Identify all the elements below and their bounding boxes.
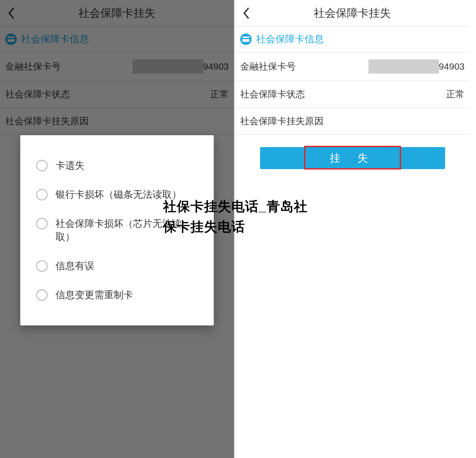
overlay-caption: 社保卡挂失电话_青岛社保卡挂失电话	[163, 196, 317, 237]
page-title: 社会保障卡挂失	[235, 6, 470, 20]
radio-icon	[36, 160, 48, 171]
back-button[interactable]	[240, 7, 253, 19]
radio-icon	[36, 189, 48, 200]
reason-option[interactable]: 卡遗失	[36, 151, 198, 180]
card-number-tail: 94903	[439, 61, 465, 72]
field-label: 金融社保卡号	[240, 60, 296, 73]
status-value: 正常	[446, 88, 465, 100]
info-banner: 社会保障卡信息	[235, 26, 470, 52]
field-reason[interactable]: 社会保障卡挂失原因	[235, 108, 470, 135]
reason-option[interactable]: 信息变更需重制卡	[36, 281, 198, 310]
radio-icon	[36, 260, 48, 272]
svg-rect-3	[242, 38, 249, 39]
reason-option-label: 信息变更需重制卡	[56, 288, 133, 302]
submit-button[interactable]: 挂 失	[260, 147, 445, 169]
reason-option-label: 信息有误	[56, 259, 94, 273]
field-label: 社会保障卡状态	[240, 88, 305, 100]
field-label: 社会保障卡挂失原因	[240, 115, 324, 127]
radio-icon	[36, 289, 48, 301]
submit-button-label: 挂 失	[330, 151, 375, 165]
reason-option[interactable]: 信息有误	[36, 251, 198, 281]
reason-option-label: 卡遗失	[56, 159, 85, 172]
card-number-value: 94903	[368, 59, 465, 74]
field-card-number: 金融社保卡号 94903	[235, 52, 470, 81]
field-status: 社会保障卡状态 正常	[235, 81, 470, 108]
masked-segment	[368, 59, 439, 74]
chevron-left-icon	[242, 7, 250, 19]
info-banner-label: 社会保障卡信息	[256, 33, 324, 46]
header: 社会保障卡挂失	[235, 0, 470, 26]
radio-icon	[36, 218, 48, 229]
card-icon	[240, 33, 252, 45]
